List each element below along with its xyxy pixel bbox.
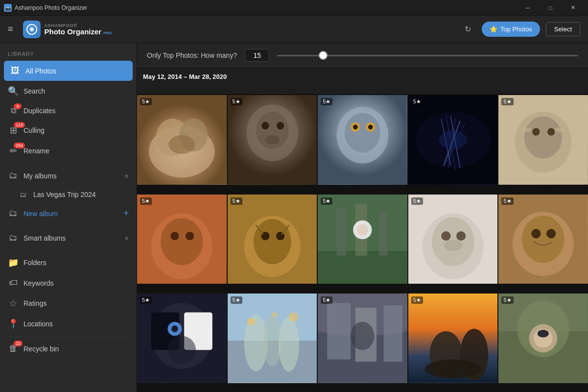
svg-point-81 bbox=[247, 318, 255, 325]
new-album-label: New album bbox=[24, 210, 118, 218]
star-badge: 5★ bbox=[411, 197, 423, 205]
logo-pro: PRO bbox=[103, 31, 112, 35]
table-row[interactable]: 5★ bbox=[408, 195, 498, 284]
svg-point-73 bbox=[167, 336, 196, 365]
rename-badge: 284 bbox=[14, 143, 25, 148]
refresh-icon[interactable]: ↻ bbox=[460, 22, 476, 37]
table-row[interactable]: 5★ bbox=[408, 95, 498, 185]
table-row[interactable]: 5★ bbox=[228, 195, 317, 284]
folders-icon: 📁 bbox=[8, 257, 19, 268]
main-panel: Only Top Photos: How many? May 12, 2014 … bbox=[137, 43, 588, 392]
hamburger-icon[interactable]: ≡ bbox=[8, 24, 13, 34]
las-vegas-label: Las Vegas Trip 2024 bbox=[33, 191, 129, 198]
svg-point-63 bbox=[444, 240, 462, 251]
table-row[interactable]: 5★ bbox=[318, 195, 407, 284]
all-photos-label: All Photos bbox=[25, 67, 127, 75]
svg-text:📷: 📷 bbox=[5, 5, 11, 11]
svg-point-98 bbox=[538, 330, 549, 337]
star-badge: 5★ bbox=[140, 197, 152, 205]
svg-point-41 bbox=[161, 218, 203, 265]
close-button[interactable]: ✕ bbox=[562, 0, 584, 16]
table-row[interactable]: 5★ bbox=[318, 95, 407, 185]
svg-point-80 bbox=[278, 317, 299, 371]
ratings-label: Ratings bbox=[24, 299, 129, 307]
top-photos-question: Only Top Photos: How many? bbox=[147, 51, 237, 59]
recycle-bin-label: Recycle bin bbox=[24, 345, 129, 353]
table-row[interactable]: 5★ bbox=[137, 294, 227, 383]
top-photos-slider[interactable] bbox=[277, 55, 578, 56]
table-row[interactable]: 5★ bbox=[228, 294, 317, 383]
svg-point-35 bbox=[533, 128, 540, 135]
sidebar-item-culling[interactable]: 118 ⊞ Culling bbox=[0, 120, 137, 141]
sidebar-item-ratings[interactable]: ☆ Ratings bbox=[0, 293, 137, 314]
top-photos-button[interactable]: ⭐ Top Photos bbox=[482, 22, 540, 37]
top-photos-bar: Only Top Photos: How many? bbox=[137, 43, 588, 68]
sidebar-item-new-album[interactable]: 🗂 New album + bbox=[0, 203, 137, 223]
star-badge: 5★ bbox=[501, 197, 513, 205]
locations-label: Locations bbox=[24, 320, 129, 328]
star-badge: 5★ bbox=[501, 296, 513, 304]
sidebar-divider-3 bbox=[8, 250, 129, 250]
svg-point-13 bbox=[261, 122, 269, 129]
titlebar-title: Ashampoo Photo Organizer bbox=[15, 4, 517, 11]
table-row[interactable]: 5★ bbox=[498, 195, 588, 284]
maximize-button[interactable]: □ bbox=[539, 0, 562, 16]
sidebar-item-smart-albums[interactable]: 🗂 Smart albums ∧ bbox=[0, 228, 137, 248]
content-area: Library 🖼 All Photos 🔍 Search 9 ⧉ Duplic… bbox=[0, 43, 588, 392]
sidebar-item-search[interactable]: 🔍 Search bbox=[0, 81, 137, 101]
table-row[interactable]: 5★ bbox=[318, 294, 407, 383]
svg-rect-38 bbox=[555, 128, 564, 132]
recycle-badge: 22 bbox=[14, 341, 23, 346]
toolbar: ≡ Ashampoo® Photo Organizer PRO ↻ ⭐ Top bbox=[0, 16, 588, 43]
star-badge: 5★ bbox=[321, 98, 332, 105]
keywords-icon: 🏷 bbox=[8, 278, 19, 288]
star-badge: 5★ bbox=[231, 197, 242, 205]
minimize-button[interactable]: ─ bbox=[517, 0, 539, 16]
star-badge: 5★ bbox=[231, 98, 242, 105]
table-row[interactable]: 5★ bbox=[137, 95, 227, 185]
sidebar-item-locations[interactable]: 📍 Locations bbox=[0, 314, 137, 334]
window-controls: ─ □ ✕ bbox=[517, 0, 584, 16]
app-body: ≡ Ashampoo® Photo Organizer PRO ↻ ⭐ Top bbox=[0, 16, 588, 392]
app-icon: 📷 bbox=[4, 4, 12, 12]
sidebar-item-las-vegas[interactable]: 🗂 Las Vegas Trip 2024 bbox=[0, 186, 137, 203]
album-icon: 🗂 bbox=[18, 191, 28, 198]
add-album-plus-icon[interactable]: + bbox=[123, 208, 129, 219]
sidebar-item-my-albums[interactable]: 🗂 My albums ∧ bbox=[0, 166, 137, 186]
svg-point-4 bbox=[31, 28, 33, 30]
table-row[interactable]: 5★ bbox=[408, 294, 498, 383]
svg-rect-52 bbox=[318, 251, 407, 284]
search-label: Search bbox=[24, 87, 129, 95]
table-row[interactable]: 5★ bbox=[498, 294, 588, 383]
sidebar-item-duplicates[interactable]: 9 ⧉ Duplicates bbox=[0, 101, 137, 120]
sidebar-item-all-photos[interactable]: 🖼 All Photos bbox=[4, 61, 133, 81]
star-icon: ⭐ bbox=[490, 25, 497, 33]
svg-point-92 bbox=[424, 360, 481, 378]
svg-point-75 bbox=[171, 326, 178, 332]
svg-point-67 bbox=[532, 229, 541, 238]
table-row[interactable]: 5★ bbox=[137, 195, 227, 284]
svg-point-21 bbox=[353, 125, 358, 130]
locations-icon: 📍 bbox=[8, 318, 19, 329]
duplicates-label: Duplicates bbox=[24, 107, 129, 115]
my-albums-label: My albums bbox=[24, 172, 119, 180]
sidebar-item-recycle-bin[interactable]: 22 🗑 Recycle bin bbox=[0, 339, 137, 359]
sidebar-item-keywords[interactable]: 🏷 Keywords bbox=[0, 273, 137, 293]
svg-point-36 bbox=[547, 128, 555, 135]
svg-point-46 bbox=[253, 219, 291, 264]
select-button[interactable]: Select bbox=[546, 22, 580, 36]
smart-albums-chevron: ∧ bbox=[124, 235, 129, 242]
sidebar-item-rename[interactable]: 284 ✏ Rename bbox=[0, 141, 137, 161]
smart-albums-label: Smart albums bbox=[24, 234, 119, 242]
my-albums-icon: 🗂 bbox=[8, 171, 19, 181]
table-row[interactable]: 5★ bbox=[498, 95, 588, 185]
logo-product: Photo Organizer bbox=[45, 28, 102, 35]
star-badge: 5★ bbox=[411, 98, 423, 105]
top-photos-count-input[interactable] bbox=[245, 49, 269, 62]
new-album-icon: 🗂 bbox=[8, 208, 19, 219]
table-row[interactable]: 5★ bbox=[228, 95, 317, 185]
svg-point-43 bbox=[186, 232, 194, 240]
sidebar-item-folders[interactable]: 📁 Folders bbox=[0, 252, 137, 273]
star-badge: 5★ bbox=[140, 98, 152, 105]
svg-point-83 bbox=[272, 312, 278, 318]
